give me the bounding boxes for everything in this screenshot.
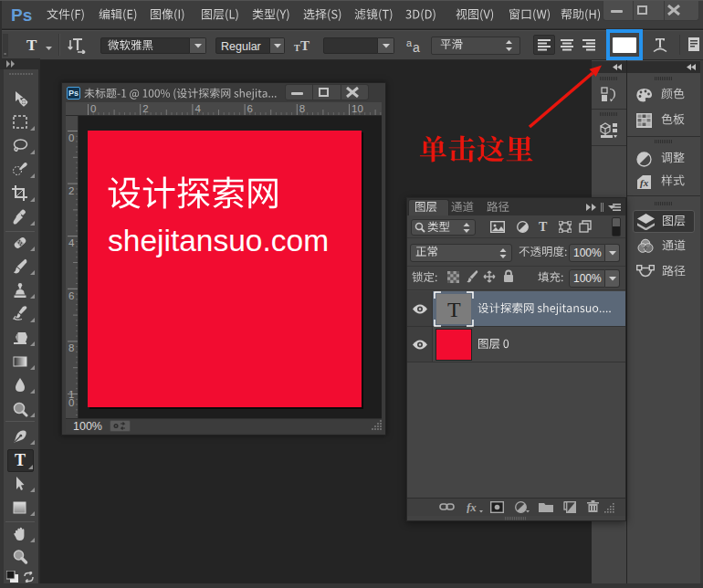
svg-text:fx: fx <box>467 501 477 513</box>
svg-text:fx: fx <box>640 177 649 188</box>
